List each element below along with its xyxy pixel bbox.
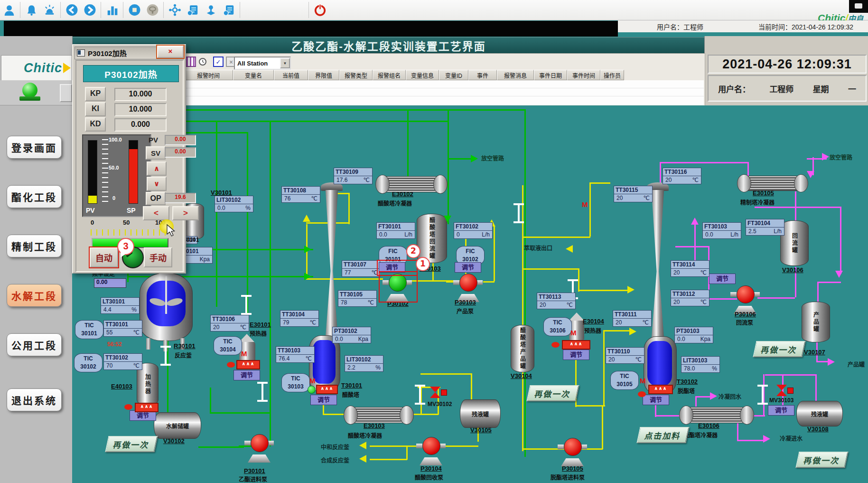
instrument-FT30101-8[interactable]: FT301010.0L/h — [376, 222, 415, 239]
instrument-LIT30102-0[interactable]: LIT301020.0% — [215, 196, 253, 212]
instrument-TT30114-21[interactable]: TT3011420℃ — [671, 260, 709, 277]
controller-TIC30106[interactable]: TIC30106 — [543, 317, 572, 336]
alarm-column-8[interactable]: 事件 — [468, 70, 497, 80]
adjust-button-6[interactable]: 调节 — [643, 395, 669, 405]
sidebar-item-6[interactable]: 退出系统 — [7, 388, 62, 411]
vessel-V30103[interactable]: 醋酸塔回流罐 — [417, 214, 447, 263]
pump-P30106[interactable] — [735, 284, 756, 314]
vessel-V30107[interactable]: 产品罐 — [802, 302, 830, 342]
instrument-FT30103-19[interactable]: FT301030.0L/h — [702, 222, 741, 239]
equipment-label-E30104[interactable]: E30104 — [583, 318, 604, 325]
instrument-TT30105-10[interactable]: TT3010578℃ — [338, 290, 377, 307]
valve-MV30102[interactable] — [430, 387, 440, 398]
ki-label[interactable]: KI — [85, 102, 106, 116]
instrument-TT30108-6[interactable]: TT3010876℃ — [281, 186, 320, 203]
frequency-setpoint-field[interactable]: 0.00 — [94, 278, 126, 288]
kd-label[interactable]: KD — [85, 117, 106, 132]
user-icon[interactable] — [0, 1, 18, 19]
vessel-V30105[interactable]: 残液罐 — [460, 399, 501, 428]
alarm-column-6[interactable]: 变量信息 — [406, 70, 439, 80]
nav-forward-icon[interactable] — [81, 1, 99, 19]
alarm-grid-icon[interactable] — [186, 57, 196, 67]
alarm-column-2[interactable]: 当前值 — [274, 70, 308, 80]
controller-TIC30102[interactable]: TIC30102 — [74, 353, 103, 372]
nav-back-icon[interactable] — [63, 1, 81, 19]
alarm-ack-checkbox-icon[interactable]: ✓ — [213, 57, 224, 67]
pump-P30103[interactable] — [457, 273, 478, 302]
instrument-TT30116-18[interactable]: TT3011620℃ — [663, 168, 701, 184]
equipment-label-V30106[interactable]: V30106 — [782, 266, 803, 274]
equipment-label-E40103[interactable]: E40103 — [111, 383, 132, 390]
instrument-TT30112-22[interactable]: TT3011220℃ — [671, 290, 709, 306]
instrument-PT30102-13[interactable]: PT301020.0Kpa — [332, 327, 371, 343]
stop-icon[interactable] — [125, 1, 143, 19]
equipment-label-V30102[interactable]: V30102 — [163, 437, 185, 445]
op-button[interactable]: OP — [146, 192, 166, 205]
instrument-TT30110-24[interactable]: TT3011020℃ — [606, 347, 644, 364]
bar-chart-icon[interactable] — [103, 1, 121, 19]
instrument-LIT30102-14[interactable]: LIT301022.2% — [345, 355, 383, 372]
equipment-label-E30101[interactable]: E30101 — [250, 321, 271, 328]
instrument-TT30104-11[interactable]: TT3010479℃ — [280, 310, 319, 327]
vessel-V30104[interactable]: 醋酸塔产品罐 — [511, 325, 534, 372]
action-button-2[interactable]: 再做一次 — [753, 341, 805, 357]
vessel-V30102[interactable]: 水解储罐 — [154, 412, 201, 439]
ki-value[interactable]: 10.000 — [114, 103, 167, 116]
instrument-TT30107-9[interactable]: TT3010777℃ — [342, 260, 381, 277]
vessel-V30108[interactable]: 残液罐 — [796, 401, 843, 426]
equipment-label-R30101[interactable]: R30101 — [174, 342, 196, 350]
instrument-TT30102-4[interactable]: TT3010270℃ — [103, 353, 142, 370]
pump-P30101[interactable] — [249, 433, 270, 463]
instrument-TT30106-5[interactable]: TT3010620℃ — [210, 315, 249, 331]
instrument-TT30109-7[interactable]: TT3010917.6℃ — [334, 168, 373, 184]
increase-button[interactable]: ∧ — [147, 161, 167, 176]
alarm-column-10[interactable]: 事件日期 — [534, 70, 567, 80]
equipment-label-P30101[interactable]: P30101 — [244, 467, 265, 474]
alarm-beacon-icon[interactable] — [40, 1, 58, 19]
column-shaft-T30101[interactable] — [325, 190, 339, 337]
instrument-LIT30103-26[interactable]: LIT3010378.0% — [681, 356, 720, 373]
instrument-FT30102-15[interactable]: FT301020L/h — [454, 222, 493, 239]
instrument-TT30103-12[interactable]: TT3010376.4℃ — [276, 346, 315, 363]
action-button-4[interactable]: 点击加料 — [636, 427, 689, 443]
equipment-label-T30101[interactable]: T30101 — [341, 382, 362, 389]
pump-P30104[interactable] — [420, 436, 441, 465]
adjust-button-8[interactable]: 调节 — [768, 405, 794, 416]
instrument-FT30104-20[interactable]: FT301042.5L/h — [746, 219, 784, 236]
controller-TIC30103[interactable]: TIC30103 — [281, 373, 310, 392]
alarm-clock-icon[interactable] — [198, 57, 207, 66]
equipment-label-P30103[interactable]: P30103 — [455, 299, 476, 306]
alarm-column-12[interactable]: 操作员 — [600, 70, 624, 80]
kd-value[interactable]: 0.000 — [114, 118, 167, 132]
op-field[interactable]: 19.6 — [165, 193, 196, 203]
sidebar-item-5[interactable]: 公用工段 — [7, 333, 62, 356]
exchanger-E30106[interactable] — [679, 406, 754, 425]
equipment-label-E30102[interactable]: E30102 — [392, 190, 413, 198]
station-selector[interactable]: All Station ▼ — [234, 57, 291, 70]
instrument-TT30111-23[interactable]: TT3011120℃ — [613, 310, 652, 327]
step-left-button[interactable]: < — [143, 206, 169, 220]
kp-value[interactable]: 10.000 — [114, 88, 167, 101]
power-icon[interactable] — [311, 1, 329, 19]
auto-button[interactable]: 自动 — [90, 247, 118, 267]
column-shaft-T30102[interactable] — [651, 190, 665, 338]
vessel-V30106[interactable]: 回流罐 — [780, 220, 809, 266]
report-settings-icon[interactable] — [184, 1, 202, 19]
adjust-button-4[interactable]: 调节 — [233, 370, 260, 380]
equipment-label-V30104[interactable]: V30104 — [511, 372, 532, 379]
decrease-button[interactable]: ∨ — [147, 177, 167, 191]
alarm-column-3[interactable]: 界限值 — [308, 70, 339, 80]
equipment-label-V30105[interactable]: V30105 — [470, 426, 492, 434]
exchanger-E30103[interactable] — [344, 406, 414, 425]
user-location-icon[interactable] — [202, 1, 220, 19]
instrument-TT30113-16[interactable]: TT3011320℃ — [537, 293, 576, 309]
instrument-TT30101-3[interactable]: TT3010155℃ — [103, 320, 142, 337]
equipment-label-T30102[interactable]: T30102 — [677, 378, 698, 385]
kp-label[interactable]: KP — [85, 87, 106, 101]
sidebar-item-4[interactable]: 水解工段 — [7, 284, 62, 307]
sidebar-item-2[interactable]: 酯化工段 — [7, 185, 62, 208]
system-settings-icon[interactable] — [220, 1, 238, 19]
alarm-column-5[interactable]: 报警组名 — [373, 70, 406, 80]
sv-field[interactable]: 0.00 — [165, 147, 196, 158]
controller-TIC30101[interactable]: TIC30101 — [75, 320, 103, 339]
